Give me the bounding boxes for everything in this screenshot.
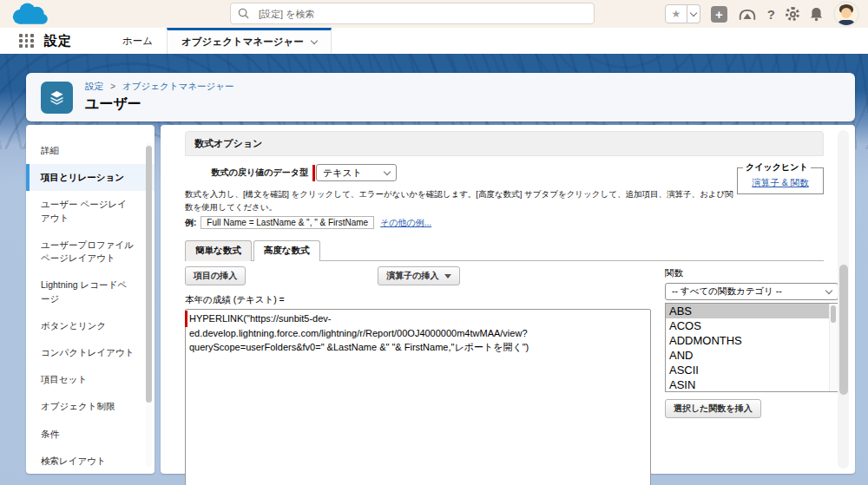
chevron-down-icon xyxy=(690,9,697,16)
formula-field-label: 本年の成績 (テキスト) = xyxy=(185,294,654,306)
functions-listbox[interactable]: ABS ACOS ADDMONTHS AND ASCII ASIN xyxy=(665,303,838,392)
setup-gear-icon[interactable] xyxy=(786,7,799,21)
insert-operator-button[interactable]: 演算子の挿入 xyxy=(378,266,460,285)
help-icon[interactable]: ? xyxy=(767,7,775,22)
quick-create-button[interactable]: + xyxy=(711,6,727,23)
function-category-select[interactable]: -- すべての関数カテゴリ -- xyxy=(665,283,838,300)
quick-hints-box: クイックヒント 演算子 & 関数 xyxy=(737,161,824,194)
breadcrumb-separator: > xyxy=(110,81,115,91)
example-row: 例: Full Name = LastName & ", " & FirstNa… xyxy=(185,216,824,229)
chevron-down-icon xyxy=(311,37,318,44)
tab-advanced-formula[interactable]: 高度な数式 xyxy=(253,240,320,261)
star-icon: ★ xyxy=(671,8,681,20)
app-launcher-waffle-icon[interactable] xyxy=(19,34,34,48)
plus-icon: + xyxy=(715,8,723,21)
content-scrollbar-thumb[interactable] xyxy=(839,265,848,395)
global-search xyxy=(230,3,595,24)
function-option[interactable]: ADDMONTHS xyxy=(666,333,838,348)
sidebar-list: 詳細 項目とリレーション ユーザー ページレイアウト ユーザープロファイル ペー… xyxy=(26,137,155,474)
setup-nav-bar: 設定 ホーム オブジェクトマネージャー xyxy=(0,28,868,54)
sidebar-item[interactable]: ユーザー ページレイアウト xyxy=(26,191,155,231)
example-label: 例: xyxy=(185,217,196,229)
insert-selected-function-button[interactable]: 選択した関数を挿入 xyxy=(665,399,761,418)
global-header: ★ + ? xyxy=(0,0,868,29)
function-option[interactable]: ACOS xyxy=(666,318,838,333)
functions-column: 関数 -- すべての関数カテゴリ -- ABS ACOS xyxy=(665,266,838,485)
function-option[interactable]: ASCII xyxy=(666,363,838,377)
object-layers-icon xyxy=(41,82,73,114)
search-icon xyxy=(238,8,249,19)
breadcrumb-object-manager-link[interactable]: オブジェクトマネージャー xyxy=(122,81,233,91)
formula-textarea[interactable]: HYPERLINK("https://sunbit5-dev-ed.develo… xyxy=(185,309,651,485)
caret-down-icon xyxy=(444,274,451,279)
section-header: 数式オプション xyxy=(185,131,824,156)
breadcrumb: 設定 > オブジェクトマネージャー xyxy=(85,81,233,93)
functions-list: ABS ACOS ADDMONTHS AND ASCII ASIN xyxy=(666,304,838,392)
sidebar-item[interactable]: 項目とリレーション xyxy=(26,164,155,191)
app-name: 設定 xyxy=(44,33,72,49)
tab-home[interactable]: ホーム xyxy=(108,28,167,54)
return-type-select[interactable]: テキスト xyxy=(316,164,397,181)
notifications-bell-icon[interactable] xyxy=(810,7,823,22)
editor-buttons-row: 項目の挿入 演算子の挿入 xyxy=(185,266,654,285)
quick-hints-title: クイックヒント xyxy=(743,161,811,174)
sidebar-item[interactable]: ユーザープロファイル ページレイアウト xyxy=(26,232,155,272)
functions-label: 関数 xyxy=(665,267,838,279)
salesforce-setup-screen: ★ + ? 設定 ホーム xyxy=(0,0,868,485)
example-code: Full Name = LastName & ", " & FirstName xyxy=(201,216,374,229)
operators-functions-link[interactable]: 演算子 & 関数 xyxy=(752,177,808,187)
sidebar-item[interactable]: 条件 xyxy=(26,421,155,448)
return-type-row: 数式の戻り値のデータ型 テキスト xyxy=(185,164,737,181)
return-type-label: 数式の戻り値のデータ型 xyxy=(185,167,308,179)
favorites-dropdown-button[interactable] xyxy=(687,4,700,23)
breadcrumb-setup-link[interactable]: 設定 xyxy=(85,81,103,91)
required-indicator xyxy=(185,311,187,327)
function-option[interactable]: ABS xyxy=(666,304,838,318)
instructions-text: 数式を入力し、[構文を確認] をクリックして、エラーがないかを確認します。[高度… xyxy=(185,187,824,213)
function-option[interactable]: ASIN xyxy=(666,377,838,392)
sidebar-item[interactable]: ボタンとリンク xyxy=(26,312,155,339)
formula-tabs: 簡単な数式 高度な数式 xyxy=(185,240,824,261)
formula-options-section: 数式オプション クイックヒント 演算子 & 関数 数式の戻り値のデータ型 テキス… xyxy=(185,131,824,485)
formula-textarea-wrap: HYPERLINK("https://sunbit5-dev-ed.develo… xyxy=(185,309,651,485)
salesforce-logo xyxy=(7,1,52,27)
sidebar-item[interactable]: 項目セット xyxy=(26,366,155,393)
content-scrollbar[interactable] xyxy=(838,130,849,469)
tab-object-manager[interactable]: オブジェクトマネージャー xyxy=(167,28,332,54)
required-indicator xyxy=(312,165,315,181)
listbox-scrollbar[interactable] xyxy=(829,304,838,391)
avatar-suit xyxy=(838,20,855,27)
formula-editor-panel: 数式オプション クイックヒント 演算子 & 関数 数式の戻り値のデータ型 テキス… xyxy=(161,125,855,474)
page-header-card: 設定 > オブジェクトマネージャー ユーザー xyxy=(26,73,855,121)
advanced-formula-panel: 項目の挿入 演算子の挿入 本年の成績 (テキスト) = HYPERLINK("h… xyxy=(185,260,824,485)
user-avatar[interactable] xyxy=(833,1,859,27)
sidebar-item[interactable]: 詳細 xyxy=(26,137,155,164)
insert-field-button[interactable]: 項目の挿入 xyxy=(185,266,246,285)
listbox-scrollbar-thumb[interactable] xyxy=(831,305,836,323)
object-sidebar: 詳細 項目とリレーション ユーザー ページレイアウト ユーザープロファイル ペー… xyxy=(26,125,155,474)
chevron-down-icon xyxy=(384,167,391,174)
sidebar-scrollbar-thumb[interactable] xyxy=(146,146,152,403)
search-input[interactable] xyxy=(257,8,587,20)
function-option[interactable]: AND xyxy=(666,348,838,363)
sidebar-item[interactable]: オブジェクト制限 xyxy=(26,393,155,420)
sidebar-scrollbar[interactable] xyxy=(146,142,152,467)
avatar-face xyxy=(841,8,852,18)
tab-simple-formula[interactable]: 簡単な数式 xyxy=(185,240,252,261)
page-title: ユーザー xyxy=(85,95,233,114)
sidebar-item[interactable]: コンパクトレイアウト xyxy=(26,339,155,366)
favorites-group: ★ xyxy=(665,4,700,23)
sidebar-item[interactable]: 検索レイアウト xyxy=(26,448,155,474)
more-examples-link[interactable]: その他の例... xyxy=(380,217,431,229)
favorites-button[interactable]: ★ xyxy=(665,4,687,23)
formula-editor-column: 項目の挿入 演算子の挿入 本年の成績 (テキスト) = HYPERLINK("h… xyxy=(185,266,654,485)
sidebar-item[interactable]: Lightning レコードページ xyxy=(26,272,155,311)
guidance-center-icon[interactable] xyxy=(738,7,757,22)
chevron-down-icon xyxy=(825,287,832,294)
header-actions: ★ + ? xyxy=(665,0,859,28)
